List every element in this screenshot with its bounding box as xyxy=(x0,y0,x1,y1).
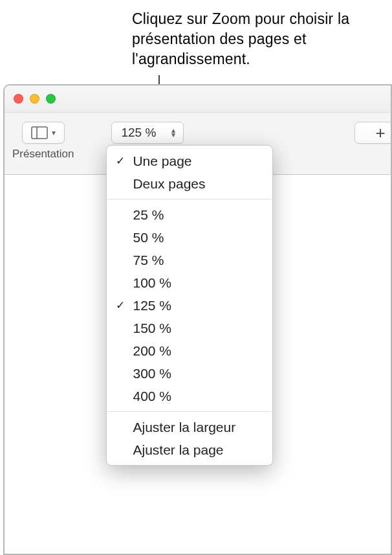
svg-rect-0 xyxy=(32,127,47,139)
zoom-menu-item[interactable]: 200 % xyxy=(107,339,272,362)
zoom-menu: ✓Une pageDeux pages25 %50 %75 %100 %✓125… xyxy=(106,145,273,466)
minimize-button[interactable] xyxy=(30,94,39,104)
menu-separator xyxy=(107,199,272,199)
zoom-popup-button[interactable]: 125 % ▴▾ xyxy=(111,122,184,144)
zoom-menu-item-label: 125 % xyxy=(133,298,171,313)
zoom-menu-item-label: Ajuster la largeur xyxy=(133,420,235,435)
zoom-menu-item-label: Deux pages xyxy=(133,176,205,192)
app-window: ▾ Présentation 125 % ▴▾ ✓Une pageDeux pa… xyxy=(3,84,392,555)
toolbar-group-zoom: 125 % ▴▾ ✓Une pageDeux pages25 %50 %75 %… xyxy=(111,122,184,144)
zoom-menu-item[interactable]: 100 % xyxy=(107,271,272,294)
callout-annotation: Cliquez sur Zoom pour choisir la présent… xyxy=(132,9,384,69)
view-label: Présentation xyxy=(12,148,74,161)
zoom-menu-item[interactable]: 400 % xyxy=(107,385,272,407)
zoom-menu-item-label: 200 % xyxy=(133,343,171,359)
zoom-menu-item-label: 75 % xyxy=(133,253,164,268)
view-button[interactable]: ▾ xyxy=(22,122,65,144)
zoom-menu-item-label: 25 % xyxy=(133,207,164,223)
zoom-menu-item[interactable]: 150 % xyxy=(107,317,272,339)
window-titlebar xyxy=(5,85,391,113)
zoom-value-text: 125 % xyxy=(121,126,156,140)
plus-icon: + xyxy=(375,123,385,143)
zoom-menu-item[interactable]: ✓125 % xyxy=(107,294,272,317)
toolbar: ▾ Présentation 125 % ▴▾ ✓Une pageDeux pa… xyxy=(5,113,391,175)
zoom-menu-item-label: Ajuster la page xyxy=(133,442,223,458)
zoom-menu-item[interactable]: 75 % xyxy=(107,249,272,271)
zoom-menu-item-label: 50 % xyxy=(133,230,164,245)
zoom-menu-item[interactable]: Ajuster la page xyxy=(107,438,272,461)
zoom-menu-item[interactable]: 300 % xyxy=(107,362,272,385)
zoom-menu-item[interactable]: 50 % xyxy=(107,226,272,249)
toolbar-group-view: ▾ Présentation xyxy=(12,122,74,161)
zoom-menu-item[interactable]: Ajuster la largeur xyxy=(107,416,272,438)
toolbar-group-add-page: + age xyxy=(354,122,392,161)
zoom-menu-item[interactable]: ✓Une page xyxy=(107,150,272,172)
view-panel-icon xyxy=(31,126,48,139)
chevron-down-icon: ▾ xyxy=(52,131,56,135)
zoom-menu-item-label: 300 % xyxy=(133,366,171,381)
check-icon: ✓ xyxy=(116,299,125,312)
zoom-menu-item[interactable]: Deux pages xyxy=(107,172,272,195)
zoom-menu-item-label: 150 % xyxy=(133,321,171,336)
check-icon: ✓ xyxy=(116,154,125,168)
zoom-menu-item-label: 400 % xyxy=(133,389,171,404)
add-page-button[interactable]: + xyxy=(354,122,392,144)
zoom-menu-item-label: 100 % xyxy=(133,275,171,291)
maximize-button[interactable] xyxy=(46,94,56,104)
zoom-menu-item-label: Une page xyxy=(133,153,191,169)
chevron-updown-icon: ▴▾ xyxy=(171,128,175,137)
zoom-menu-item[interactable]: 25 % xyxy=(107,203,272,226)
menu-separator xyxy=(107,411,272,412)
close-button[interactable] xyxy=(14,94,23,104)
